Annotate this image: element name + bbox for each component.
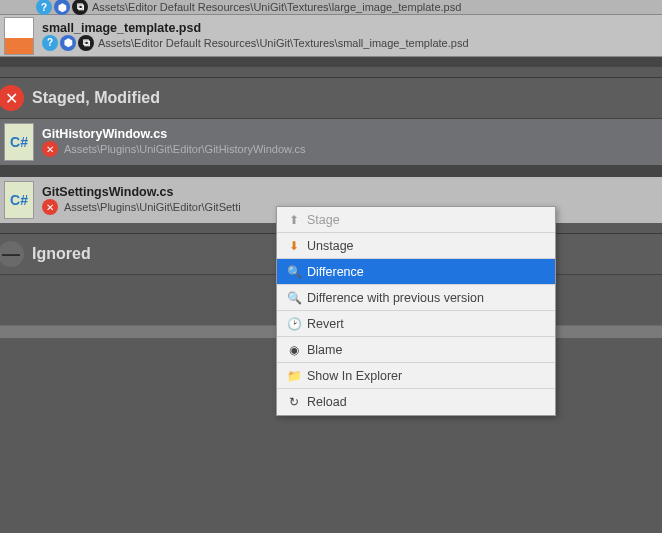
section-title: Ignored: [32, 245, 91, 263]
menu-diff-prev[interactable]: 🔍 Difference with previous version: [277, 285, 555, 311]
search-icon: 🔍: [287, 265, 301, 279]
folder-icon: 📁: [287, 369, 301, 383]
menu-label: Difference with previous version: [307, 291, 484, 305]
status-x-icon[interactable]: ✕: [42, 199, 58, 215]
cube-icon[interactable]: ⬢: [60, 35, 76, 51]
arrow-up-icon: ⬆: [287, 213, 301, 227]
section-header-staged[interactable]: ✕ Staged, Modified: [0, 77, 662, 119]
search-icon: 🔍: [287, 291, 301, 305]
file-row[interactable]: small_image_template.psd ? ⬢ ⧉ Assets\Ed…: [0, 15, 662, 57]
arrow-down-icon: ⬇: [287, 239, 301, 253]
menu-difference[interactable]: 🔍 Difference: [277, 259, 555, 285]
menu-label: Difference: [307, 265, 364, 279]
file-name: small_image_template.psd: [42, 21, 662, 35]
clock-icon: 🕑: [287, 317, 301, 331]
menu-label: Reload: [307, 395, 347, 409]
menu-label: Revert: [307, 317, 344, 331]
file-text: small_image_template.psd ? ⬢ ⧉ Assets\Ed…: [38, 21, 662, 51]
menu-stage: ⬆ Stage: [277, 207, 555, 233]
menu-label: Show In Explorer: [307, 369, 402, 383]
file-path: Assets\Plugins\UniGit\Editor\GitHistoryW…: [64, 143, 305, 155]
menu-unstage[interactable]: ⬇ Unstage: [277, 233, 555, 259]
file-path: Assets\Editor Default Resources\UniGit\T…: [98, 37, 469, 49]
file-path: Assets\Plugins\UniGit\Editor\GitSetti: [64, 201, 241, 213]
status-x-icon[interactable]: ✕: [42, 141, 58, 157]
context-menu: ⬆ Stage ⬇ Unstage 🔍 Difference 🔍 Differe…: [276, 206, 556, 416]
file-path: Assets\Editor Default Resources\UniGit\T…: [92, 1, 662, 13]
tag-icon[interactable]: ⧉: [72, 0, 88, 15]
divider: [0, 165, 662, 177]
file-row-partial[interactable]: ? ⬢ ⧉ Assets\Editor Default Resources\Un…: [0, 0, 662, 15]
psd-thumb-icon: [4, 17, 34, 55]
menu-label: Blame: [307, 343, 342, 357]
section-title: Staged, Modified: [32, 89, 160, 107]
eye-icon: ◉: [287, 343, 301, 357]
menu-label: Unstage: [307, 239, 354, 253]
file-text: Assets\Editor Default Resources\UniGit\T…: [88, 1, 662, 13]
tag-icon[interactable]: ⧉: [78, 35, 94, 51]
staged-icon: ✕: [0, 85, 24, 111]
modified-row-selected[interactable]: C# GitHistoryWindow.cs ✕ Assets\Plugins\…: [0, 119, 662, 165]
menu-reload[interactable]: ↻ Reload: [277, 389, 555, 415]
cube-icon[interactable]: ⬢: [54, 0, 70, 15]
ignored-icon: —: [0, 241, 24, 267]
menu-revert[interactable]: 🕑 Revert: [277, 311, 555, 337]
file-name: GitHistoryWindow.cs: [42, 127, 662, 141]
reload-icon: ↻: [287, 395, 301, 409]
file-name: GitSettingsWindow.cs: [42, 185, 662, 199]
menu-show-explorer[interactable]: 📁 Show In Explorer: [277, 363, 555, 389]
menu-blame[interactable]: ◉ Blame: [277, 337, 555, 363]
divider: [0, 57, 662, 67]
info-icon[interactable]: ?: [36, 0, 52, 15]
file-icon-group: ? ⬢ ⧉: [42, 35, 94, 51]
menu-label: Stage: [307, 213, 340, 227]
file-icon-group: ? ⬢ ⧉: [36, 0, 88, 15]
csharp-thumb-icon: C#: [4, 123, 34, 161]
info-icon[interactable]: ?: [42, 35, 58, 51]
csharp-thumb-icon: C#: [4, 181, 34, 219]
